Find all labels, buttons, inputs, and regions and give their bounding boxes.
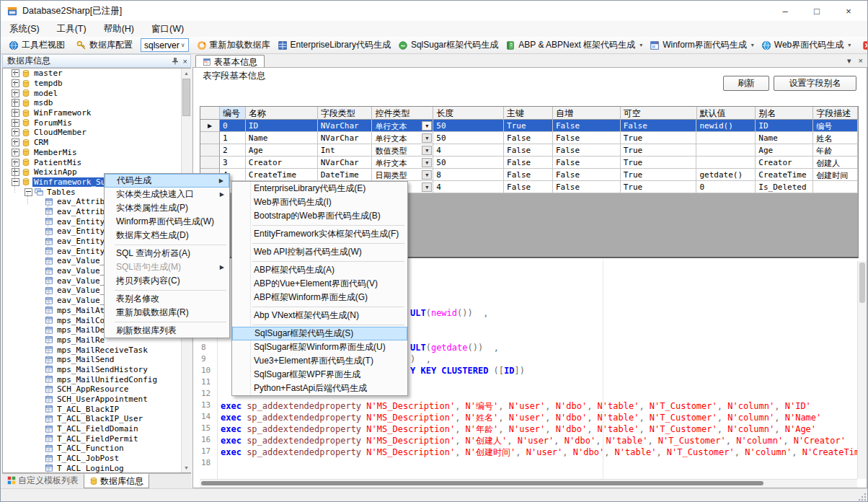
grid-cell[interactable]: ID (756, 120, 813, 132)
grid-cell[interactable] (696, 132, 756, 144)
grid-cell[interactable]: False (621, 120, 697, 132)
tree-item-WinFramework[interactable]: WinFramework (3, 108, 190, 118)
grid-cell[interactable]: Name (756, 132, 813, 144)
grid-cell[interactable] (813, 181, 858, 193)
toolbar-button-book[interactable]: ABP & ABPNext 框架代码生成▾ (502, 38, 646, 53)
grid-cell[interactable]: False (553, 157, 621, 169)
submenu-item[interactable]: EntityFramework实体框架代码生成(F) (232, 227, 407, 241)
grid-cell[interactable]: 创建人 (813, 157, 858, 169)
grid-cell[interactable]: True (621, 169, 697, 181)
context-menu-item[interactable]: 实体类属性生成(P) (105, 201, 229, 215)
grid-row[interactable]: 1NameNVarChar单行文本▼50FalseFalseTrueName姓名 (200, 132, 858, 144)
grid-column-header[interactable]: 主键 (504, 107, 553, 120)
tab-list-dropdown-icon[interactable]: ▾ (847, 56, 851, 66)
submenu-item[interactable]: Python+FastApi后端代码生成 (232, 382, 407, 395)
grid-cell[interactable]: 数值类型▼ (372, 144, 433, 157)
tree-item-msdb[interactable]: msdb (3, 98, 190, 108)
panel-tab-template-list[interactable]: 自定义模板列表 (2, 474, 84, 487)
submenu-item[interactable]: Abp VNext框架代码生成(N) (232, 309, 407, 322)
combo-dropdown-icon[interactable]: ▼ (422, 133, 432, 143)
expand-icon[interactable] (12, 99, 19, 107)
context-menu-item[interactable]: SQL 查询分析器(A) (105, 247, 229, 260)
scroll-up-arrow[interactable]: ▲ (182, 69, 191, 78)
grid-cell[interactable]: newid() (696, 120, 756, 132)
submenu-item[interactable]: Vue3+Element界面代码生成(T) (232, 354, 407, 368)
tree-item-master[interactable]: master (3, 69, 190, 79)
menubar-item[interactable]: 系统(S) (1, 22, 48, 37)
scroll-down-arrow[interactable]: ▼ (182, 463, 191, 472)
tree-item-CloudMember[interactable]: CloudMember (3, 128, 190, 138)
minimize-button[interactable]: – (769, 1, 801, 21)
toolbar-button-globe[interactable]: 工具栏视图 (5, 38, 68, 53)
grid-cell[interactable]: False (504, 144, 553, 157)
tree-item-SCH_UserAppointment[interactable]: SCH_UserAppointment (3, 395, 190, 405)
submenu-item[interactable]: ABP框架代码生成(A) (232, 263, 407, 277)
grid-cell[interactable]: Is_Deleted (756, 181, 813, 193)
submenu-item[interactable]: ABP的Vue+Element界面代码(V) (232, 277, 407, 291)
context-menu-item[interactable]: 数据库文档生成(D) (105, 229, 229, 242)
grid-cell[interactable]: True (504, 120, 553, 132)
grid-cell[interactable]: 4 (433, 144, 504, 157)
expand-icon[interactable] (12, 128, 19, 136)
submenu-item[interactable]: SqlSugar框架Winform界面生成(U) (232, 340, 407, 354)
tree-item-mps_MailSendHistory[interactable]: mps_MailSendHistory (3, 365, 190, 375)
grid-row-header[interactable]: ▶ (200, 120, 220, 132)
grid-cell[interactable]: CreateTime (246, 169, 318, 181)
menubar-item[interactable]: 帮助(H) (95, 22, 143, 37)
grid-cell[interactable]: False (553, 144, 621, 157)
grid-cell[interactable]: NVarChar (318, 132, 373, 144)
grid-cell[interactable]: 创建时间 (813, 169, 858, 181)
grid-cell[interactable]: Int (318, 144, 373, 157)
toolbar-button-exit[interactable]: 退出 (859, 38, 868, 53)
grid-cell[interactable]: 日期类型▼ (372, 169, 433, 181)
scrollbar-thumb[interactable] (182, 79, 190, 116)
tree-item-T_ACL_LoginLog[interactable]: T_ACL_LoginLog (3, 464, 190, 474)
grid-cell[interactable]: False (504, 169, 553, 181)
grid-cell[interactable]: 单行文本▼ (372, 120, 433, 132)
submenu-item[interactable]: EnterpriseLibrary代码生成(E) (232, 182, 407, 195)
set-field-alias-button[interactable]: 设置字段别名 (774, 76, 856, 91)
grid-cell[interactable]: 编号 (813, 120, 858, 132)
submenu-item[interactable]: SqlSugar框架WPF界面生成 (232, 368, 407, 382)
grid-cell[interactable]: 1 (220, 132, 246, 144)
toolbar-button-sqlsugar[interactable]: SqlSugar框架代码生成 (394, 38, 502, 53)
grid-column-header[interactable]: 可空 (621, 107, 697, 120)
grid-cell[interactable]: False (504, 157, 553, 169)
collapse-icon[interactable] (25, 188, 32, 196)
grid-cell[interactable]: Creator (756, 157, 813, 169)
grid-cell[interactable]: False (553, 120, 621, 132)
grid-cell[interactable]: 4 (433, 181, 504, 193)
grid-cell[interactable]: 50 (433, 120, 504, 132)
panel-close-icon[interactable]: × (183, 57, 187, 66)
grid-cell[interactable]: False (553, 181, 621, 193)
expand-icon[interactable] (12, 149, 19, 157)
expand-icon[interactable] (12, 138, 19, 146)
grid-cell[interactable] (696, 144, 756, 157)
context-menu-item[interactable]: 拷贝列表内容(C) (105, 274, 229, 288)
refresh-button[interactable]: 刷新 (723, 76, 769, 91)
grid-cell[interactable]: getdate() (696, 169, 756, 181)
tree-item-model[interactable]: model (3, 88, 190, 98)
context-menu-item[interactable]: 重新加载数据库(R) (105, 306, 229, 320)
db-type-combo[interactable]: sqlserver∨ (141, 38, 189, 52)
combo-dropdown-icon[interactable]: ▼ (422, 158, 432, 167)
tree-item-PatientMis[interactable]: PatientMis (3, 157, 190, 167)
tree-item-mps_MailUnifiedConfig[interactable]: mps_MailUnifiedConfig (3, 374, 190, 384)
tree-item-mps_MailReceiveTask[interactable]: mps_MailReceiveTask (3, 345, 190, 355)
tree-item-mps_MailSend[interactable]: mps_MailSend (3, 355, 190, 365)
grid-cell[interactable]: True (621, 157, 697, 169)
grid-cell[interactable]: NVarChar (318, 157, 373, 169)
combo-dropdown-icon[interactable]: ▼ (422, 170, 432, 180)
grid-cell[interactable]: DateTime (318, 169, 373, 181)
close-button[interactable]: × (833, 1, 864, 21)
context-menu-item[interactable]: 表别名修改 (105, 292, 229, 306)
grid-cell[interactable]: CreateTime (756, 169, 813, 181)
submenu-item[interactable]: Web API控制器代码生成(W) (232, 245, 407, 259)
grid-cell[interactable]: 2 (220, 144, 246, 157)
panel-tab-database-info[interactable]: 数据库信息 (84, 474, 149, 488)
menubar-item[interactable]: 窗口(W) (143, 22, 192, 37)
grid-cell[interactable]: 8 (433, 169, 504, 181)
submenu-item[interactable]: Web界面代码生成(I) (232, 195, 407, 209)
tree-item-MemberMis[interactable]: MemberMis (3, 148, 190, 158)
submenu-item[interactable]: SqlSugar框架代码生成(S) (232, 327, 407, 340)
